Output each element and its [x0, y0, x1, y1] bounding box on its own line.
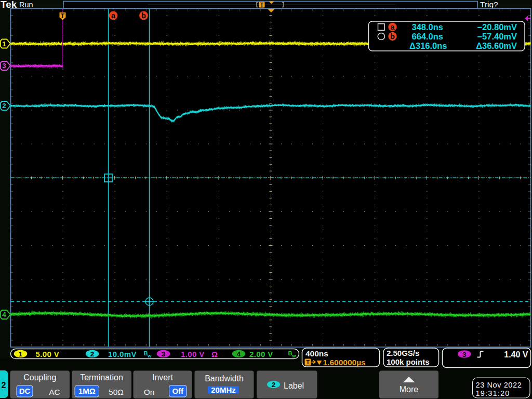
svg-text:b: b: [390, 32, 395, 41]
svg-text:2: 2: [90, 350, 95, 358]
svg-text:Off: Off: [172, 387, 184, 395]
svg-text:400ns: 400ns: [305, 349, 328, 358]
svg-text:T: T: [306, 359, 310, 365]
svg-text:2: 2: [272, 381, 276, 389]
svg-text:2: 2: [2, 102, 6, 110]
svg-text:Ω: Ω: [211, 350, 218, 358]
svg-text:Trig?: Trig?: [480, 0, 498, 9]
svg-text:2.50GS/s: 2.50GS/s: [387, 349, 419, 357]
svg-text:100k points: 100k points: [387, 357, 430, 366]
svg-text:−20.80mV: −20.80mV: [477, 22, 517, 32]
svg-text:T: T: [260, 2, 264, 8]
svg-text:W: W: [148, 354, 152, 358]
svg-text:a: a: [391, 23, 395, 31]
svg-text:Run: Run: [19, 1, 33, 9]
svg-text:Label: Label: [284, 381, 304, 390]
svg-text:664.0ns: 664.0ns: [411, 32, 443, 41]
svg-text:2.00 V: 2.00 V: [249, 350, 273, 358]
svg-text:Δ36.60mV: Δ36.60mV: [476, 41, 517, 50]
svg-text:5.00 V: 5.00 V: [36, 350, 60, 358]
svg-text:4: 4: [237, 350, 241, 358]
svg-text:1.40 V: 1.40 V: [504, 350, 528, 359]
svg-text:Coupling: Coupling: [23, 373, 56, 382]
svg-text:1: 1: [2, 40, 6, 48]
svg-text:Δ316.0ns: Δ316.0ns: [409, 41, 447, 50]
svg-text:50Ω: 50Ω: [109, 388, 124, 396]
svg-text:AC: AC: [49, 388, 60, 396]
svg-text:b: b: [141, 11, 146, 20]
svg-text:DC: DC: [19, 387, 31, 395]
svg-text:More: More: [400, 385, 419, 394]
svg-text:Bandwidth: Bandwidth: [205, 374, 244, 383]
svg-text:On: On: [144, 388, 155, 396]
svg-text:4: 4: [2, 311, 6, 318]
svg-text:348.0ns: 348.0ns: [411, 22, 443, 32]
svg-text:3: 3: [462, 351, 467, 358]
svg-text:19:31:20: 19:31:20: [476, 389, 510, 397]
svg-text:3: 3: [162, 350, 166, 358]
svg-text:1.600000µs: 1.600000µs: [323, 358, 366, 367]
svg-text:T: T: [61, 12, 65, 20]
svg-text:1: 1: [19, 350, 23, 358]
svg-text:Termination: Termination: [80, 373, 123, 382]
svg-text:a: a: [111, 11, 115, 20]
svg-text:20MHz: 20MHz: [211, 385, 236, 394]
svg-text:10.0mV: 10.0mV: [108, 350, 137, 358]
svg-text:W: W: [292, 354, 296, 358]
svg-text:3: 3: [2, 62, 6, 70]
svg-text:Invert: Invert: [152, 373, 174, 382]
svg-text:23 Nov 2022: 23 Nov 2022: [476, 381, 522, 389]
svg-text:2: 2: [2, 381, 6, 390]
svg-text:1MΩ: 1MΩ: [78, 387, 96, 395]
svg-text:1.00 V: 1.00 V: [181, 350, 205, 358]
svg-text:−57.40mV: −57.40mV: [477, 32, 517, 41]
